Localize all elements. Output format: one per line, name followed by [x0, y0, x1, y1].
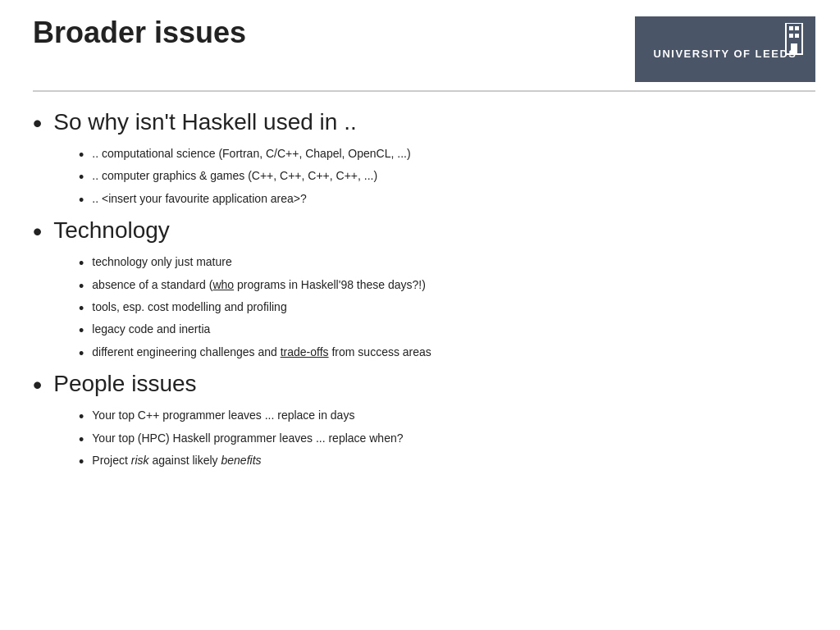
item-text: tools, esp. cost modelling and profiling — [92, 299, 286, 316]
bullet2: • — [79, 254, 84, 273]
item-text: .. <insert your favourite application ar… — [92, 191, 307, 208]
bullet2: • — [79, 277, 84, 296]
list-item: • Your top (HPC) Haskell programmer leav… — [79, 431, 807, 450]
italic-risk: risk — [131, 454, 149, 467]
list-item: • .. <insert your favourite application … — [79, 191, 807, 210]
list-item: • .. computational science (Fortran, C/C… — [79, 146, 807, 165]
list-item: • absence of a standard (who programs in… — [79, 277, 807, 296]
svg-rect-4 — [795, 34, 799, 38]
item-text: legacy code and inertia — [92, 322, 210, 338]
building-icon — [783, 23, 806, 56]
bullet1-section2: • — [33, 218, 42, 244]
item-text: .. computer graphics & games (C++, C++, … — [92, 168, 377, 185]
section2-heading-row: • Technology — [33, 217, 807, 244]
logo-text: UNIVERSITY OF LEEDS — [654, 48, 797, 60]
list-item: • Project risk against likely benefits — [79, 453, 807, 472]
bullet1-section3: • — [33, 372, 42, 398]
svg-rect-2 — [795, 26, 799, 30]
section1-heading-row: • So why isn't Haskell used in .. — [33, 108, 807, 136]
bullet2: • — [79, 453, 84, 472]
item-text: Your top C++ programmer leaves ... repla… — [92, 408, 354, 424]
bullet2: • — [79, 431, 84, 450]
university-logo: UNIVERSITY OF LEEDS — [635, 16, 815, 82]
section3-heading: People issues — [53, 370, 196, 398]
underline-who: who — [212, 278, 234, 291]
underline-tradeoffs: trade-offs — [281, 345, 329, 358]
bullet2: • — [79, 322, 84, 340]
list-item: • .. computer graphics & games (C++, C++… — [79, 168, 807, 187]
list-item: • legacy code and inertia — [79, 322, 807, 340]
item-text: Project risk against likely benefits — [92, 453, 261, 469]
bullet2: • — [79, 345, 84, 363]
section3-items: • Your top C++ programmer leaves ... rep… — [79, 408, 807, 472]
section2-heading: Technology — [53, 217, 170, 244]
svg-rect-1 — [789, 26, 793, 30]
section2-items: • technology only just mature • absence … — [79, 254, 807, 363]
item-text: different engineering challenges and tra… — [92, 345, 431, 361]
item-text: technology only just mature — [92, 254, 231, 271]
svg-rect-3 — [789, 34, 793, 38]
item-text: absence of a standard (who programs in H… — [92, 277, 426, 294]
section1-heading: So why isn't Haskell used in .. — [53, 108, 357, 136]
bullet2: • — [79, 191, 84, 210]
italic-benefits: benefits — [221, 454, 262, 467]
page-title: Broader issues — [33, 16, 246, 49]
bullet2: • — [79, 408, 84, 427]
main-content: • So why isn't Haskell used in .. • .. c… — [0, 92, 840, 486]
list-item: • different engineering challenges and t… — [79, 345, 807, 363]
list-item: • technology only just mature — [79, 254, 807, 273]
bullet2: • — [79, 299, 84, 318]
bullet2: • — [79, 168, 84, 187]
bullet2: • — [79, 146, 84, 165]
item-text: .. computational science (Fortran, C/C++… — [92, 146, 410, 162]
section3-heading-row: • People issues — [33, 370, 807, 398]
list-item: • Your top C++ programmer leaves ... rep… — [79, 408, 807, 427]
item-text: Your top (HPC) Haskell programmer leaves… — [92, 431, 403, 447]
section1-items: • .. computational science (Fortran, C/C… — [79, 146, 807, 210]
header: Broader issues UNIVERSITY OF LEEDS — [0, 0, 840, 82]
list-item: • tools, esp. cost modelling and profili… — [79, 299, 807, 318]
svg-rect-5 — [791, 43, 797, 54]
bullet1-section1: • — [33, 110, 42, 136]
